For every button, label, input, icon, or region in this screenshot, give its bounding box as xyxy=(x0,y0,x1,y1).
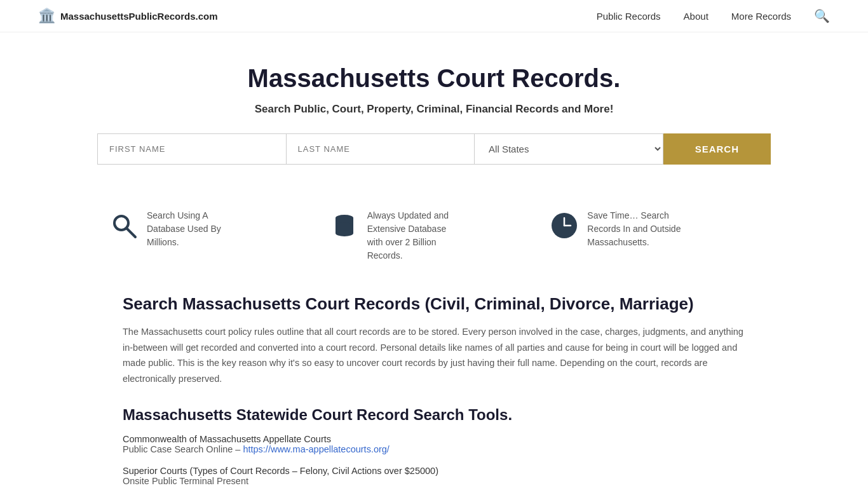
feature-clock-text: Save Time… SearchRecords In and OutsideM… xyxy=(587,209,681,249)
nav-more-records[interactable]: More Records xyxy=(731,11,791,22)
first-name-input[interactable] xyxy=(97,133,286,165)
feature-search: Search Using ADatabase Used ByMillions. xyxy=(110,209,318,249)
svg-line-1 xyxy=(126,228,135,237)
court-sub-superior: Onsite Public Terminal Present xyxy=(123,476,745,486)
feature-database-text: Always Updated andExtensive Databasewith… xyxy=(367,209,449,262)
hero-section: Massachusetts Court Records. Search Publ… xyxy=(0,32,868,209)
feature-database: Always Updated andExtensive Databasewith… xyxy=(330,209,538,262)
main-nav: Public Records About More Records 🔍 xyxy=(597,8,830,24)
search-form: All StatesAlabamaAlaskaArizonaArkansasCa… xyxy=(85,133,783,165)
logo[interactable]: 🏛️ MassachusettsPublicRecords.com xyxy=(38,8,218,24)
hero-subtitle: Search Public, Court, Property, Criminal… xyxy=(13,103,855,116)
nav-about[interactable]: About xyxy=(684,11,709,22)
court-name-superior: Superior Courts (Types of Court Records … xyxy=(123,466,745,476)
features-section: Search Using ADatabase Used ByMillions. … xyxy=(85,209,783,262)
court-name-appellate: Commonwealth of Massachusetts Appellate … xyxy=(123,434,745,444)
header: 🏛️ MassachusettsPublicRecords.com Public… xyxy=(0,0,868,32)
search-feature-icon xyxy=(110,212,138,245)
svg-point-6 xyxy=(336,230,353,236)
feature-clock: Save Time… SearchRecords In and OutsideM… xyxy=(550,209,758,249)
search-icon[interactable]: 🔍 xyxy=(814,8,830,24)
appellate-link[interactable]: https://www.ma-appellatecourts.org/ xyxy=(243,444,390,454)
main-content: Search Massachusetts Court Records (Civi… xyxy=(85,294,783,488)
court-sub-appellate: Public Case Search Online – https://www.… xyxy=(123,444,745,454)
court-item-superior: Superior Courts (Types of Court Records … xyxy=(123,466,745,486)
section1-body: The Massachusetts court policy rules out… xyxy=(123,324,745,387)
court-item-appellate: Commonwealth of Massachusetts Appellate … xyxy=(123,434,745,454)
state-select[interactable]: All StatesAlabamaAlaskaArizonaArkansasCa… xyxy=(475,133,663,165)
database-feature-icon xyxy=(330,212,358,245)
section2-heading: Massachusetts Statewide Court Record Sea… xyxy=(123,406,745,424)
section1-heading: Search Massachusetts Court Records (Civi… xyxy=(123,294,745,314)
page-title: Massachusetts Court Records. xyxy=(13,64,855,93)
nav-public-records[interactable]: Public Records xyxy=(597,11,661,22)
clock-feature-icon xyxy=(550,212,578,245)
feature-search-text: Search Using ADatabase Used ByMillions. xyxy=(147,209,221,249)
logo-text: MassachusettsPublicRecords.com xyxy=(60,11,218,22)
last-name-input[interactable] xyxy=(286,133,475,165)
logo-icon: 🏛️ xyxy=(38,8,55,24)
search-button[interactable]: SEARCH xyxy=(663,133,771,165)
